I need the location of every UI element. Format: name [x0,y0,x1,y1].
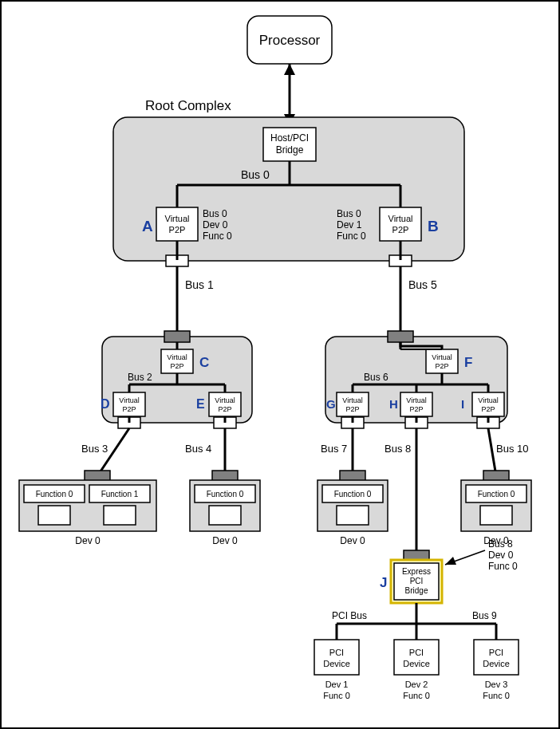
svg-text:Dev 0: Dev 0 [212,535,238,546]
svg-text:Function 0: Function 0 [207,490,244,498]
bus0-label: Bus 0 [241,168,270,181]
svg-text:PCI: PCI [409,648,424,657]
svg-text:Func 0: Func 0 [483,691,510,700]
processor-label: Processor [259,33,321,48]
label-h: H [389,397,398,411]
pci-dev-3 [474,640,519,675]
svg-marker-102 [445,557,456,565]
svg-text:P2P: P2P [481,405,495,413]
svg-text:Function 1: Function 1 [101,490,139,498]
svg-rect-78 [38,506,70,525]
svg-text:Dev 1: Dev 1 [325,680,349,689]
svg-text:P2P: P2P [392,225,409,234]
svg-text:Device: Device [323,659,350,668]
label-a: A [142,218,153,234]
svg-text:Virtual: Virtual [432,353,452,361]
svg-text:Virtual: Virtual [406,396,426,404]
svg-text:PCI: PCI [489,648,503,657]
label-d: D [101,397,110,411]
svg-text:P2P: P2P [409,405,423,413]
svg-text:Virtual: Virtual [388,214,413,223]
svg-text:P2P: P2P [435,362,448,370]
svg-text:Virtual: Virtual [342,396,362,404]
svg-text:Dev 3: Dev 3 [485,680,508,689]
svg-rect-94 [480,506,512,525]
svg-text:Host/PCI: Host/PCI [270,132,309,144]
pci-dev-1 [314,640,359,675]
vp2p-b-box [380,207,421,241]
label-e: E [196,397,205,411]
svg-text:Dev 2: Dev 2 [405,680,428,689]
pci-bus-label: PCI Bus [332,610,367,621]
svg-text:Func 0: Func 0 [203,231,232,242]
bus7-label: Bus 7 [321,443,347,455]
svg-text:Function 0: Function 0 [36,490,73,498]
svg-text:Dev 0: Dev 0 [488,550,514,561]
bus5-label: Bus 5 [408,278,437,291]
svg-text:Virtual: Virtual [167,353,187,361]
svg-text:Virtual: Virtual [215,396,235,404]
label-i: I [461,397,464,411]
bus2-label: Bus 2 [128,372,152,383]
svg-text:Device: Device [403,659,430,668]
svg-text:Func 0: Func 0 [337,231,366,242]
svg-rect-25 [164,331,190,342]
pcie-topology-diagram: Processor Root Complex Host/PCI Bridge B… [2,2,558,727]
svg-text:Dev 1: Dev 1 [337,219,362,231]
svg-text:Function 0: Function 0 [478,490,515,498]
bus8-label: Bus 8 [385,443,411,455]
svg-text:P2P: P2P [122,405,136,413]
svg-rect-89 [337,506,369,525]
bus1-label: Bus 1 [185,278,214,291]
svg-text:P2P: P2P [345,405,359,413]
svg-text:P2P: P2P [169,225,186,234]
svg-text:Device: Device [483,659,510,668]
bus3-label: Bus 3 [81,443,108,455]
svg-text:Func 0: Func 0 [323,691,350,700]
svg-text:Express: Express [402,567,431,576]
svg-text:Bridge: Bridge [405,586,428,595]
svg-marker-1 [284,64,295,75]
label-j: J [380,575,387,590]
pci-dev-2 [394,640,439,675]
bus10-label: Bus 10 [496,443,528,455]
root-complex-title: Root Complex [145,98,231,113]
svg-text:Func 0: Func 0 [403,691,430,700]
svg-text:Bus 8: Bus 8 [488,538,513,550]
bus6-label: Bus 6 [364,372,388,383]
svg-line-72 [488,428,496,476]
label-g: G [326,397,336,411]
svg-text:Function 0: Function 0 [334,490,372,498]
svg-text:Bridge: Bridge [276,144,304,156]
svg-text:Dev 0: Dev 0 [75,535,101,546]
bus9-label: Bus 9 [472,610,497,621]
svg-text:Dev 0: Dev 0 [340,535,365,546]
svg-text:Dev 0: Dev 0 [203,219,228,231]
svg-rect-84 [209,506,241,525]
svg-text:Func 0: Func 0 [488,561,518,572]
label-b: B [428,218,439,234]
label-c: C [199,355,209,370]
svg-text:P2P: P2P [218,405,231,413]
svg-rect-79 [104,506,136,525]
label-f: F [464,355,472,370]
svg-text:Bus 0: Bus 0 [203,208,227,219]
svg-text:PCI: PCI [410,577,424,585]
vp2p-a-box [156,207,198,241]
svg-rect-41 [388,331,413,342]
svg-text:Virtual: Virtual [478,396,498,404]
svg-text:Bus 0: Bus 0 [337,208,361,219]
svg-text:PCI: PCI [329,648,344,657]
svg-text:P2P: P2P [170,362,183,370]
svg-text:Virtual: Virtual [165,214,190,223]
svg-text:Virtual: Virtual [119,396,139,404]
bus4-label: Bus 4 [185,443,211,455]
